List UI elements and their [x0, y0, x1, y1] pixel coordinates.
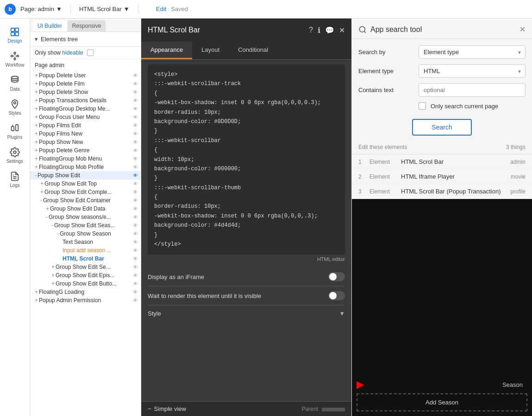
tree-item-group-show-edit-container[interactable]: - Group Show Edit Container 👁	[30, 196, 141, 205]
tree-item-input-add-season[interactable]: Input add season ... 👁	[30, 246, 141, 255]
eye-icon[interactable]: 👁	[133, 73, 138, 78]
search-panel-close-button[interactable]: ✕	[519, 25, 526, 34]
sidebar-item-workflow[interactable]: Workflow	[0, 47, 30, 71]
eye-icon[interactable]: 👁	[133, 214, 138, 220]
search-button[interactable]: Search	[412, 119, 471, 136]
eye-icon[interactable]: 👁	[133, 223, 138, 228]
search-form: Search by Element type Element type HTML…	[352, 39, 532, 116]
sidebar-item-styles[interactable]: Styles	[0, 95, 30, 119]
page-selector[interactable]: Page: admin ▼	[20, 6, 62, 12]
contains-text-input[interactable]	[419, 83, 526, 97]
tree-item-group-show-season[interactable]: - Group Show Season 👁	[30, 230, 141, 238]
wait-render-toggle[interactable]	[328, 291, 345, 300]
style-row[interactable]: Style ▼	[148, 305, 345, 322]
tree-item-floating-mob-menu[interactable]: + FloatingGroup Mob Menu 👁	[30, 155, 141, 163]
display-iframe-toggle[interactable]	[328, 272, 345, 281]
eye-icon[interactable]: 👁	[133, 139, 138, 145]
eye-icon[interactable]: 👁	[133, 298, 138, 303]
tree-item-popup-delete-show[interactable]: + Popup Delete Show 👁	[30, 88, 141, 96]
eye-icon[interactable]: 👁	[133, 123, 138, 128]
add-season-button[interactable]: Add Season	[357, 393, 527, 411]
edit-label[interactable]: Edit	[156, 6, 166, 12]
help-icon[interactable]: ?	[309, 26, 313, 34]
eye-icon[interactable]: 👁	[133, 114, 138, 120]
tree-item-group-show-seasons[interactable]: - Group Show seasons/e... 👁	[30, 213, 141, 221]
tree-item-popup-admin-permission[interactable]: + Popup Admin Permission 👁	[30, 296, 141, 304]
eye-icon[interactable]: 👁	[133, 81, 138, 87]
eye-icon[interactable]: 👁	[133, 248, 138, 253]
eye-icon[interactable]: 👁	[133, 173, 138, 178]
svg-rect-15	[16, 125, 19, 131]
svg-point-7	[14, 58, 16, 60]
tree-item-group-focus-user[interactable]: + Group Focus User Menu 👁	[30, 113, 141, 121]
only-current-page-checkbox[interactable]	[419, 102, 426, 110]
sidebar-item-logs[interactable]: Logs	[0, 168, 30, 192]
sidebar-item-plugins[interactable]: Plugins	[0, 119, 30, 143]
eye-icon[interactable]: 👁	[133, 106, 138, 112]
sidebar-item-settings[interactable]: Settings	[0, 143, 30, 168]
tree-item-popup-show-edit[interactable]: - Popup Show Edit 👁	[30, 171, 141, 180]
eye-icon[interactable]: 👁	[133, 281, 138, 286]
eye-icon[interactable]: 👁	[133, 198, 138, 203]
sidebar-item-design[interactable]: Design	[0, 23, 30, 47]
result-item-1[interactable]: 1 Element HTML Scrol Bar admin	[352, 155, 532, 169]
comment-icon[interactable]: 💬	[325, 26, 334, 35]
element-type-select[interactable]: HTML	[419, 64, 526, 78]
tab-appearance[interactable]: Appearance	[141, 42, 192, 59]
eye-icon[interactable]: 👁	[133, 206, 138, 211]
eye-icon[interactable]: 👁	[133, 98, 138, 103]
tab-ui-builder[interactable]: UI Builder	[33, 20, 67, 31]
eye-icon[interactable]: 👁	[133, 256, 138, 261]
eye-icon[interactable]: 👁	[133, 148, 138, 153]
tree-item-group-show-edit-se[interactable]: + Group Show Edit Se... 👁	[30, 263, 141, 271]
panel-collapse-arrow[interactable]: ◀	[141, 208, 141, 227]
tree-item-popup-delete-film[interactable]: + Popup Delete Film 👁	[30, 80, 141, 88]
search-panel-title: App search tool	[370, 25, 422, 34]
eye-icon[interactable]: 👁	[133, 273, 138, 278]
tree-item-group-show-edit-epis[interactable]: + Group Show Edit Epis... 👁	[30, 271, 141, 279]
eye-icon[interactable]: 👁	[133, 231, 138, 236]
tree-item-floating-mob-profile[interactable]: + FloatingGroup Mob Profile 👁	[30, 163, 141, 171]
eye-icon[interactable]: 👁	[133, 156, 138, 161]
eye-icon[interactable]: 👁	[133, 264, 138, 270]
tree-item-popup-films-edit[interactable]: + Popup Films Edit 👁	[30, 121, 141, 130]
info-icon[interactable]: ℹ	[318, 26, 320, 35]
tab-conditional[interactable]: Conditional	[229, 42, 277, 59]
tree-item-group-show-edit-data[interactable]: + Group Show Edit Data 👁	[30, 205, 141, 213]
html-scrol-bar-selector[interactable]: HTML Scrol Bar ▼	[79, 6, 130, 12]
tab-layout[interactable]: Layout	[192, 42, 229, 59]
tree-item-text-season[interactable]: Text Season 👁	[30, 238, 141, 246]
tree-item-popup-films-new[interactable]: + Popup Films New 👁	[30, 130, 141, 138]
tree-item-group-show-edit-top[interactable]: + Group Show Edit Top 👁	[30, 180, 141, 188]
search-by-select[interactable]: Element type	[419, 45, 526, 59]
tree-item-popup-show-new[interactable]: + Popup Show New 👁	[30, 138, 141, 146]
eye-icon[interactable]: 👁	[133, 239, 138, 245]
tree-item-popup-delete-genre[interactable]: + Popup Delete Genre 👁	[30, 146, 141, 155]
simple-view-button[interactable]: − Simple view	[148, 405, 186, 412]
result-item-3[interactable]: 3 Element HTML Scroll Bar (Popup Transac…	[352, 184, 532, 199]
tree-item-floatingg-loading[interactable]: + FloatingG Loading 👁	[30, 288, 141, 296]
eye-icon[interactable]: 👁	[133, 131, 138, 137]
tab-responsive[interactable]: Responsive	[68, 20, 106, 31]
tree-item-popup-delete-user[interactable]: + Popup Delete User 👁	[30, 71, 141, 80]
only-show-checkbox[interactable]	[87, 50, 94, 56]
result-item-2[interactable]: 2 Element HTML Iframe Player movie	[352, 169, 532, 184]
tree-item-group-show-edit-comple[interactable]: + Group Show Edit Comple... 👁	[30, 188, 141, 196]
eye-icon[interactable]: 👁	[133, 164, 138, 170]
only-show-label: Only show hideable	[35, 50, 83, 56]
eye-icon[interactable]: 👁	[133, 89, 138, 95]
tree-item-popup-transactions[interactable]: + Popup Transactions Details 👁	[30, 96, 141, 105]
html-code-editor[interactable]: <style> :::-webkit-scrollbar-track { -we…	[148, 64, 345, 255]
close-icon[interactable]: ✕	[339, 26, 345, 35]
eye-icon[interactable]: 👁	[133, 189, 138, 195]
svg-point-13	[14, 102, 16, 104]
chevron-down-icon: ▼	[339, 310, 345, 317]
tree-item-group-show-edit-seas[interactable]: - Group Show Edit Seas... 👁	[30, 221, 141, 230]
eye-icon[interactable]: 👁	[133, 289, 138, 295]
sidebar-item-data[interactable]: Data	[0, 71, 30, 95]
eye-icon[interactable]: 👁	[133, 181, 138, 186]
tree-item-floating-desktop[interactable]: + FloatingGroup Desktop Me... 👁	[30, 105, 141, 113]
tree-item-group-show-edit-butto[interactable]: + Group Show Edit Butto... 👁	[30, 279, 141, 288]
tree-item-html-scrol-bar[interactable]: HTML Scrol Bar 👁	[30, 255, 141, 263]
toggle-knob2	[329, 292, 337, 299]
